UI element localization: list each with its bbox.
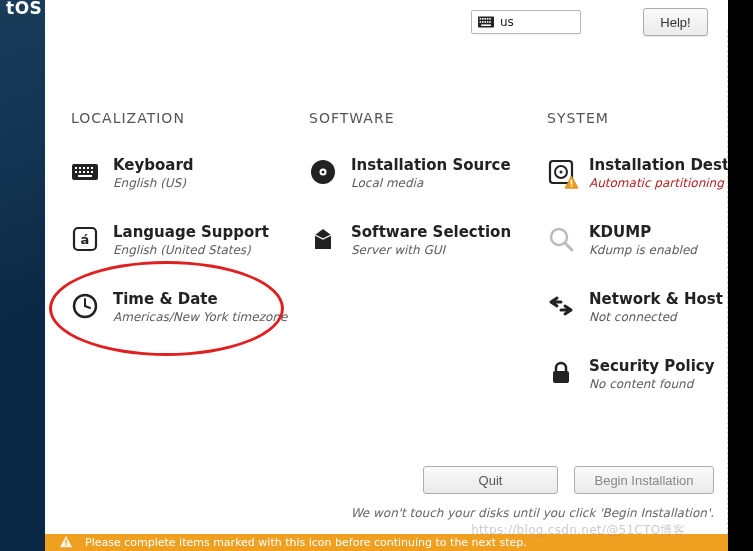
svg-rect-22 (91, 171, 93, 173)
svg-rect-8 (484, 21, 486, 23)
svg-text:á: á (81, 232, 90, 247)
timedate-title: Time & Date (113, 290, 287, 308)
svg-rect-35 (571, 180, 573, 185)
svg-rect-21 (87, 171, 89, 173)
right-black-strip (728, 0, 753, 551)
svg-line-28 (85, 306, 90, 308)
warning-bar: Please complete items marked with this i… (45, 534, 728, 551)
svg-rect-5 (489, 18, 491, 20)
localization-heading: LOCALIZATION (71, 110, 291, 126)
main-panel: us Help! LOCALIZATION Keyboard English (… (45, 0, 728, 551)
spoke-language-support[interactable]: á Language Support English (United State… (71, 223, 291, 257)
svg-rect-3 (484, 18, 486, 20)
svg-rect-23 (78, 175, 92, 177)
spoke-installation-destination[interactable]: Installation Destination Automatic parti… (547, 156, 747, 190)
network-icon (547, 292, 575, 320)
svg-rect-9 (487, 21, 489, 23)
svg-point-31 (322, 171, 325, 174)
lock-icon (547, 359, 575, 387)
source-title: Installation Source (351, 156, 511, 174)
column-system: SYSTEM Installation Destination Automati… (547, 110, 747, 424)
warning-badge-icon (564, 175, 579, 190)
svg-rect-20 (83, 171, 85, 173)
security-title: Security Policy (589, 357, 715, 375)
system-heading: SYSTEM (547, 110, 747, 126)
help-button[interactable]: Help! (643, 8, 708, 36)
keyboard-icon (71, 158, 99, 186)
svg-point-34 (560, 171, 563, 174)
package-icon (309, 225, 337, 253)
source-sub: Local media (351, 176, 511, 190)
column-software: SOFTWARE Installation Source Local media… (309, 110, 529, 290)
svg-rect-15 (83, 167, 85, 169)
svg-rect-6 (480, 21, 482, 23)
spoke-kdump[interactable]: KDUMP Kdump is enabled (547, 223, 747, 257)
kdump-title: KDUMP (589, 223, 697, 241)
selection-title: Software Selection (351, 223, 511, 241)
magnify-icon (547, 225, 575, 253)
right-dotted-divider (727, 30, 728, 545)
svg-rect-11 (481, 24, 491, 26)
software-heading: SOFTWARE (309, 110, 529, 126)
svg-rect-10 (489, 21, 491, 23)
keyboard-sub: English (US) (113, 176, 194, 190)
language-icon: á (71, 225, 99, 253)
svg-rect-1 (480, 18, 482, 20)
spoke-time-date[interactable]: Time & Date Americas/New York timezone (71, 290, 291, 324)
hard-drive-icon (547, 158, 575, 186)
footer-hint: We won't touch your disks until you clic… (351, 506, 714, 520)
os-logo: tOS (6, 0, 42, 18)
security-sub: No content found (589, 377, 715, 391)
spoke-software-selection[interactable]: Software Selection Server with GUI (309, 223, 529, 257)
selection-sub: Server with GUI (351, 243, 511, 257)
svg-rect-13 (75, 167, 77, 169)
svg-rect-36 (571, 185, 573, 187)
svg-line-38 (565, 243, 572, 250)
spoke-security-policy[interactable]: Security Policy No content found (547, 357, 747, 391)
language-title: Language Support (113, 223, 269, 241)
keyboard-layout-indicator[interactable]: us (471, 10, 581, 34)
column-localization: LOCALIZATION Keyboard English (US) á Lan… (71, 110, 291, 357)
svg-rect-14 (79, 167, 81, 169)
language-sub: English (United States) (113, 243, 269, 257)
svg-rect-19 (79, 171, 81, 173)
timedate-sub: Americas/New York timezone (113, 310, 287, 324)
top-bar: us Help! (45, 8, 728, 40)
kdump-sub: Kdump is enabled (589, 243, 697, 257)
svg-rect-40 (65, 539, 66, 543)
svg-rect-39 (553, 371, 569, 383)
quit-button[interactable]: Quit (423, 466, 558, 494)
sidebar-decor (0, 0, 45, 551)
clock-icon (71, 292, 99, 320)
spoke-network[interactable]: Network & Host Name Not connected (547, 290, 747, 324)
svg-rect-17 (91, 167, 93, 169)
keyboard-layout-label: us (500, 15, 514, 29)
svg-rect-7 (482, 21, 484, 23)
disc-icon (309, 158, 337, 186)
keyboard-icon (478, 16, 494, 28)
keyboard-title: Keyboard (113, 156, 194, 174)
svg-rect-4 (487, 18, 489, 20)
warning-bar-text: Please complete items marked with this i… (45, 534, 728, 551)
begin-installation-button[interactable]: Begin Installation (574, 466, 714, 494)
svg-rect-2 (482, 18, 484, 20)
svg-rect-41 (65, 545, 66, 546)
spoke-installation-source[interactable]: Installation Source Local media (309, 156, 529, 190)
svg-rect-16 (87, 167, 89, 169)
spoke-keyboard[interactable]: Keyboard English (US) (71, 156, 291, 190)
svg-rect-18 (75, 171, 77, 173)
warning-triangle-icon (59, 535, 73, 549)
